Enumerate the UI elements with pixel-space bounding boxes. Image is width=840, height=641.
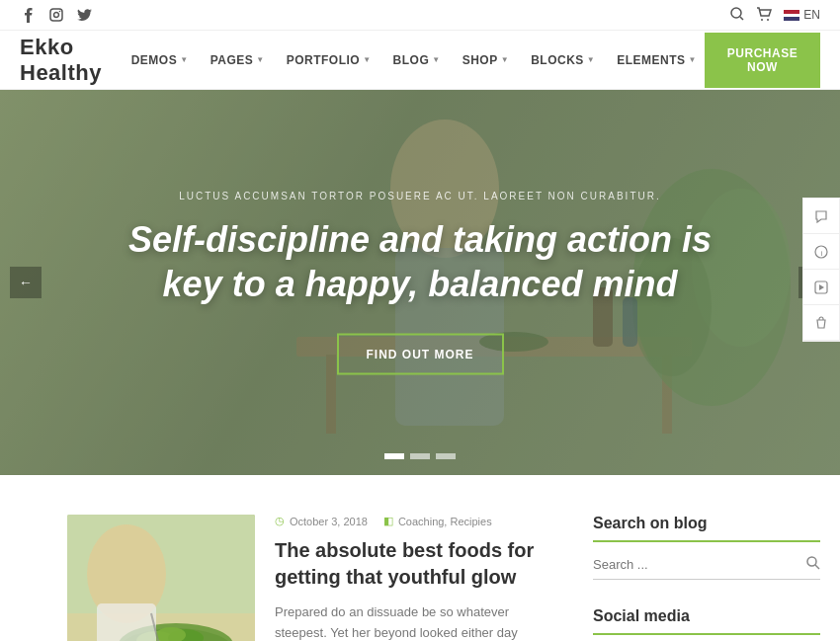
blog-post: ◷ October 3, 2018 ◧ Coaching, Recipies T… [67, 515, 553, 641]
chevron-down-icon: ▼ [363, 55, 371, 64]
blog-date: ◷ October 3, 2018 [275, 515, 368, 527]
svg-point-6 [767, 19, 769, 21]
hero-subtitle: LUCTUS ACCUMSAN TORTOR POSUERE AC UT. LA… [124, 191, 716, 201]
nav-demos[interactable]: DEMOS ▼ [124, 49, 197, 71]
topbar-social [20, 6, 93, 24]
clock-icon: ◷ [275, 515, 285, 527]
search-box [593, 556, 820, 580]
right-panel: i [802, 198, 840, 342]
svg-point-1 [54, 13, 59, 18]
topbar-instagram-icon[interactable] [47, 6, 65, 24]
social-media-title: Social media [593, 607, 820, 635]
nav-portfolio[interactable]: PORTFOLIO ▼ [279, 49, 379, 71]
svg-rect-31 [97, 603, 156, 641]
chevron-down-icon: ▼ [180, 55, 188, 64]
svg-point-5 [761, 19, 763, 21]
right-play-icon[interactable] [803, 270, 839, 305]
blog-text: ◷ October 3, 2018 ◧ Coaching, Recipies T… [275, 515, 553, 641]
search-title: Search on blog [593, 515, 820, 542]
hero-dots [384, 453, 456, 459]
blog-meta: ◷ October 3, 2018 ◧ Coaching, Recipies [275, 515, 553, 527]
chevron-down-icon: ▼ [689, 55, 697, 64]
purchase-button[interactable]: PURCHASE NOW [705, 33, 820, 88]
hero-section: LUCTUS ACCUMSAN TORTOR POSUERE AC UT. LA… [0, 90, 840, 475]
hero-dot-3[interactable] [436, 453, 456, 459]
blog-excerpt: Prepared do an dissuade be so whatever s… [275, 602, 553, 641]
search-icon[interactable] [730, 7, 744, 24]
svg-point-3 [731, 8, 741, 18]
navbar: Ekko Healthy DEMOS ▼ PAGES ▼ PORTFOLIO ▼… [0, 31, 840, 90]
blog-image-content [67, 515, 255, 641]
nav-shop[interactable]: SHOP ▼ [455, 49, 517, 71]
hero-content: LUCTUS ACCUMSAN TORTOR POSUERE AC UT. LA… [124, 191, 716, 375]
language-selector[interactable]: EN [784, 8, 820, 22]
hero-cta-button[interactable]: FIND OUT MORE [337, 334, 504, 375]
blog-post-image [67, 515, 255, 641]
chevron-down-icon: ▼ [256, 55, 264, 64]
svg-point-2 [59, 11, 61, 13]
topbar-right: EN [730, 7, 820, 24]
chevron-down-icon: ▼ [587, 55, 595, 64]
chevron-down-icon: ▼ [501, 55, 509, 64]
folder-icon: ◧ [383, 515, 393, 527]
sidebar: Search on blog Social media [593, 515, 820, 641]
nav-blocks[interactable]: BLOCKS ▼ [523, 49, 603, 71]
nav-pages[interactable]: PAGES ▼ [203, 49, 273, 71]
search-submit-button[interactable] [806, 556, 820, 573]
blog-categories: ◧ Coaching, Recipies [383, 515, 492, 527]
social-media-section: Social media [593, 607, 820, 641]
blog-title: The absolute best foods for getting that… [275, 537, 553, 591]
main-content: ◷ October 3, 2018 ◧ Coaching, Recipies T… [0, 475, 840, 641]
svg-line-34 [815, 565, 819, 569]
site-logo[interactable]: Ekko Healthy [20, 35, 124, 86]
hero-title: Self-discipline and taking action is key… [124, 217, 716, 306]
cart-icon[interactable] [756, 7, 772, 24]
search-section: Search on blog [593, 515, 820, 580]
topbar-facebook-icon[interactable] [20, 6, 38, 24]
topbar-twitter-icon[interactable] [75, 6, 93, 24]
nav-elements[interactable]: ELEMENTS ▼ [609, 49, 705, 71]
hero-dot-1[interactable] [384, 453, 404, 459]
right-chat-icon[interactable] [803, 199, 839, 234]
blog-section: ◷ October 3, 2018 ◧ Coaching, Recipies T… [67, 515, 553, 641]
search-input[interactable] [593, 557, 806, 572]
right-bag-icon[interactable] [803, 305, 839, 341]
hero-dot-2[interactable] [410, 453, 430, 459]
svg-rect-0 [50, 9, 62, 21]
svg-point-33 [807, 557, 816, 566]
svg-line-4 [740, 17, 743, 20]
svg-marker-22 [819, 284, 824, 290]
nav-menu: DEMOS ▼ PAGES ▼ PORTFOLIO ▼ BLOG ▼ SHOP … [124, 49, 705, 71]
hero-prev-button[interactable]: ← [10, 267, 42, 298]
flag-icon [784, 10, 799, 21]
nav-blog[interactable]: BLOG ▼ [385, 49, 449, 71]
right-info-icon[interactable]: i [803, 234, 839, 270]
chevron-down-icon: ▼ [432, 55, 440, 64]
svg-text:i: i [821, 249, 823, 258]
top-bar: EN [0, 0, 840, 31]
lang-label: EN [803, 8, 820, 22]
